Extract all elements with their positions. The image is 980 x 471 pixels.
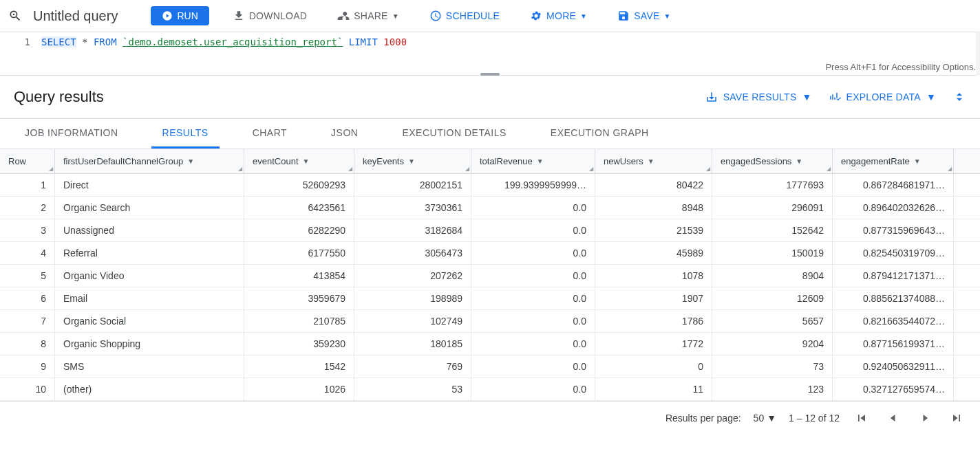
cell-row: 10 [0, 378, 55, 400]
tab-execution-graph[interactable]: EXECUTION GRAPH [540, 119, 660, 149]
query-toolbar: Untitled query RUN DOWNLOAD SHARE ▼ SCHE… [0, 0, 980, 32]
save-label: SAVE [634, 10, 659, 21]
prev-page-button[interactable] [884, 408, 903, 428]
save-results-button[interactable]: SAVE RESULTS ▼ [697, 87, 820, 107]
col-row[interactable]: Row◢ [0, 149, 55, 173]
table-row[interactable]: 8Organic Shopping3592301801850.017729204… [0, 333, 980, 355]
cell-totalrevenue: 0.0 [471, 197, 595, 219]
tab-job-information[interactable]: JOB INFORMATION [14, 119, 129, 149]
table-row[interactable]: 1Direct5260929328002151199.9399959999…80… [0, 174, 980, 197]
col-totalrevenue[interactable]: totalRevenue▼◢ [471, 149, 595, 173]
cell-row: 5 [0, 265, 55, 287]
next-page-button[interactable] [915, 408, 935, 428]
tab-chart[interactable]: CHART [242, 119, 298, 149]
col-newusers[interactable]: newUsers▼◢ [595, 149, 712, 173]
cell-engagedsessions: 12609 [712, 287, 833, 309]
caret-down-icon: ▼ [926, 91, 936, 102]
table-row[interactable]: 6Email39596791989890.01907126090.8856213… [0, 287, 980, 310]
caret-down-icon: ▼ [802, 91, 811, 102]
per-page-select[interactable]: 50 ▼ [754, 413, 776, 424]
cell-engagementrate: 0.885621374088… [833, 287, 954, 309]
cell-row: 4 [0, 242, 55, 264]
cell-eventcount: 210785 [244, 310, 354, 332]
cell-keyevents: 207262 [354, 265, 471, 287]
table-row[interactable]: 10(other)1026530.0111230.327127659574… [0, 378, 980, 401]
per-page-label: Results per page: [665, 413, 741, 424]
tab-results[interactable]: RESULTS [151, 119, 220, 149]
cell-newusers: 11 [595, 378, 712, 400]
tab-execution-details[interactable]: EXECUTION DETAILS [391, 119, 517, 149]
scrollbar[interactable] [976, 32, 980, 76]
sort-icon: ▼ [303, 157, 310, 165]
cell-newusers: 1772 [595, 333, 712, 355]
cell-keyevents: 3182684 [354, 219, 471, 241]
more-button[interactable]: MORE ▼ [523, 6, 594, 26]
cell-eventcount: 3959679 [244, 287, 354, 309]
cell-engagedsessions: 9204 [712, 333, 833, 355]
cell-channel: (other) [55, 378, 244, 400]
drag-handle[interactable] [480, 73, 500, 76]
kw-select: SELECT [41, 36, 76, 47]
cell-engagementrate: 0.877156199371… [833, 333, 954, 355]
sort-icon: ▼ [187, 157, 194, 165]
schedule-button[interactable]: SCHEDULE [423, 6, 507, 26]
cell-eventcount: 413854 [244, 265, 354, 287]
share-button[interactable]: SHARE ▼ [330, 6, 406, 26]
table-row[interactable]: 9SMS15427690.00730.924050632911… [0, 355, 980, 378]
first-page-button[interactable] [852, 408, 871, 428]
col-engagedsessions[interactable]: engagedSessions▼◢ [712, 149, 833, 173]
col-keyevents[interactable]: keyEvents▼◢ [354, 149, 471, 173]
col-eventcount[interactable]: eventCount▼◢ [244, 149, 354, 173]
tab-json[interactable]: JSON [320, 119, 369, 149]
pager: Results per page: 50 ▼ 1 – 12 of 12 [0, 401, 980, 435]
cell-channel: Email [55, 287, 244, 309]
col-engagementrate[interactable]: engagementRate▼◢ [833, 149, 954, 173]
explore-data-button[interactable]: EXPLORE DATA ▼ [820, 87, 944, 107]
col-channel[interactable]: firstUserDefaultChannelGroup▼◢ [55, 149, 244, 173]
caret-down-icon: ▼ [580, 12, 587, 20]
table-row[interactable]: 7Organic Social2107851027490.0178656570.… [0, 310, 980, 333]
expand-icon[interactable] [952, 90, 966, 104]
table-row[interactable]: 2Organic Search642356137303610.089482960… [0, 197, 980, 219]
cell-eventcount: 6423561 [244, 197, 354, 219]
download-button[interactable]: DOWNLOAD [226, 6, 314, 26]
cell-row: 6 [0, 287, 55, 309]
cell-keyevents: 102749 [354, 310, 471, 332]
cell-keyevents: 198989 [354, 287, 471, 309]
table-row[interactable]: 4Referral617755030564730.0459891500190.8… [0, 242, 980, 265]
cell-engagedsessions: 8904 [712, 265, 833, 287]
cell-engagementrate: 0.867284681971… [833, 174, 954, 196]
sort-icon: ▼ [537, 157, 544, 165]
cell-eventcount: 6282290 [244, 219, 354, 241]
grid-header: Row◢ firstUserDefaultChannelGroup▼◢ even… [0, 149, 980, 174]
cell-totalrevenue: 0.0 [471, 355, 595, 377]
share-label: SHARE [354, 10, 387, 21]
sql-star: * [76, 36, 94, 47]
cell-totalrevenue: 0.0 [471, 333, 595, 355]
cell-engagementrate: 0.821663544072… [833, 310, 954, 332]
schedule-label: SCHEDULE [446, 10, 500, 21]
accessibility-hint: Press Alt+F1 for Accessibility Options. [825, 62, 976, 72]
results-tabs: JOB INFORMATION RESULTS CHART JSON EXECU… [0, 119, 980, 149]
sort-icon: ▼ [648, 157, 654, 165]
cell-totalrevenue: 0.0 [471, 265, 595, 287]
sort-icon: ▼ [408, 157, 415, 165]
cell-eventcount: 52609293 [244, 174, 354, 196]
sql-editor[interactable]: 1 SELECT * FROM `demo.demoset.user_acqui… [0, 32, 980, 76]
results-grid: Row◢ firstUserDefaultChannelGroup▼◢ even… [0, 149, 980, 401]
svg-point-0 [13, 14, 15, 16]
cell-newusers: 8948 [595, 197, 712, 219]
sql-table: `demo.demoset.user_acquisition_report` [122, 36, 343, 47]
sort-icon: ▼ [914, 157, 921, 165]
save-button[interactable]: SAVE ▼ [610, 6, 677, 26]
last-page-button[interactable] [947, 408, 966, 428]
cell-channel: Direct [55, 174, 244, 196]
cell-newusers: 1907 [595, 287, 712, 309]
cell-engagedsessions: 1777693 [712, 174, 833, 196]
run-button[interactable]: RUN [151, 6, 209, 25]
cell-channel: Organic Social [55, 310, 244, 332]
query-title: Untitled query [33, 8, 118, 24]
cell-totalrevenue: 0.0 [471, 219, 595, 241]
table-row[interactable]: 5Organic Video4138542072620.0107889040.8… [0, 265, 980, 287]
table-row[interactable]: 3Unassigned628229031826840.0215391526420… [0, 219, 980, 242]
